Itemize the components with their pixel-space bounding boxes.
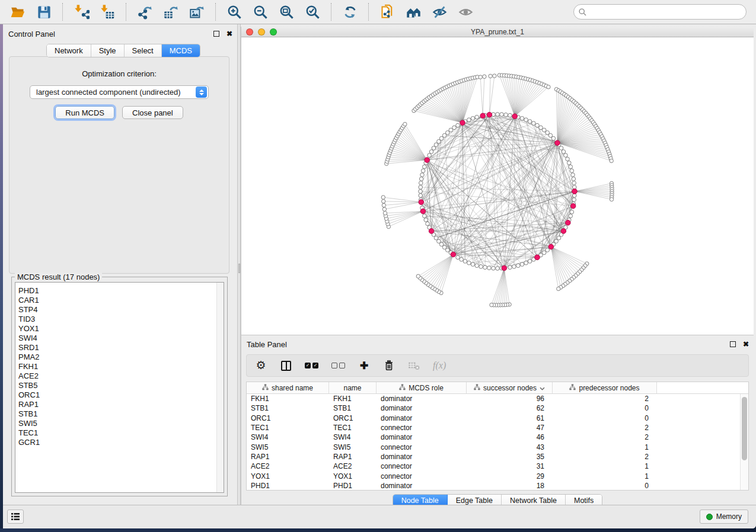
network-mcds-hub-node[interactable] <box>548 244 554 249</box>
zoom-selected-icon[interactable] <box>302 2 323 22</box>
network-node[interactable] <box>562 150 566 154</box>
mcds-result-item[interactable]: TEC1 <box>15 428 224 438</box>
network-node[interactable] <box>439 136 444 140</box>
network-node[interactable] <box>419 181 423 185</box>
mcds-result-item[interactable]: FKH1 <box>15 362 224 371</box>
table-cell[interactable]: PHD1 <box>247 482 329 490</box>
mcds-result-item[interactable]: GCR1 <box>15 438 224 447</box>
network-node[interactable] <box>452 126 457 130</box>
export-image-icon[interactable] <box>186 2 208 22</box>
network-mcds-hub-node[interactable] <box>480 113 486 118</box>
close-panel-button[interactable]: Close panel <box>122 106 183 119</box>
network-node[interactable] <box>419 190 423 194</box>
table-row[interactable]: ACE2ACE2connector311 <box>247 462 740 471</box>
network-mcds-hub-node[interactable] <box>570 204 576 209</box>
network-node[interactable] <box>492 267 496 271</box>
network-node[interactable] <box>572 181 576 185</box>
table-row[interactable]: RAP1RAP1dominator352 <box>247 452 740 462</box>
network-node[interactable] <box>542 128 546 132</box>
network-mcds-hub-node[interactable] <box>487 112 492 117</box>
network-node[interactable] <box>524 261 528 265</box>
network-node[interactable] <box>504 113 508 117</box>
clone-network-icon[interactable] <box>377 2 398 22</box>
network-node[interactable] <box>382 203 385 207</box>
table-close-panel-icon[interactable]: ✖ <box>743 341 749 347</box>
table-float-window-icon[interactable] <box>730 341 736 347</box>
network-node[interactable] <box>419 194 423 198</box>
table-cell[interactable]: 1 <box>553 472 657 480</box>
network-mcds-hub-node[interactable] <box>566 220 571 226</box>
column-header-predecessor-nodes[interactable]: predecessor nodes <box>553 382 657 393</box>
network-mcds-hub-node[interactable] <box>502 265 507 271</box>
open-file-icon[interactable] <box>7 2 28 22</box>
network-node[interactable] <box>434 143 438 147</box>
network-window-titlebar[interactable]: YPA_prune.txt_1 <box>241 27 754 37</box>
network-node[interactable] <box>383 211 387 215</box>
search-box[interactable] <box>573 4 747 20</box>
network-node[interactable] <box>437 239 441 243</box>
zoom-fit-icon[interactable] <box>276 2 297 22</box>
optimization-criterion-dropdown[interactable]: largest connected component (undirected) <box>30 85 209 99</box>
mcds-result-item[interactable]: TID3 <box>15 315 224 324</box>
network-node[interactable] <box>434 236 438 240</box>
network-node[interactable] <box>546 248 550 252</box>
network-node[interactable] <box>479 75 482 79</box>
export-network-icon[interactable] <box>134 2 155 22</box>
network-mcds-hub-node[interactable] <box>561 229 566 234</box>
mcds-result-item[interactable]: ORC1 <box>15 390 224 400</box>
network-node[interactable] <box>419 185 423 190</box>
eye-slash-icon[interactable] <box>429 2 450 22</box>
mcds-result-item[interactable]: PMA2 <box>15 352 224 362</box>
network-graph[interactable] <box>241 37 753 334</box>
table-cell[interactable]: dominator <box>377 453 467 461</box>
network-node[interactable] <box>382 207 386 211</box>
network-node[interactable] <box>567 161 572 165</box>
network-node[interactable] <box>535 123 540 127</box>
network-node[interactable] <box>429 150 433 154</box>
network-node[interactable] <box>539 126 543 130</box>
table-cell[interactable]: 29 <box>467 472 553 480</box>
table-cell[interactable]: connector <box>377 462 467 470</box>
network-node[interactable] <box>508 113 512 117</box>
table-cell[interactable]: dominator <box>377 433 467 441</box>
network-mcds-hub-node[interactable] <box>572 189 578 194</box>
table-cell[interactable]: 18 <box>467 482 553 490</box>
table-cell[interactable]: STB1 <box>247 404 329 412</box>
table-cell[interactable]: connector <box>377 472 467 480</box>
network-node[interactable] <box>559 146 563 150</box>
table-cell[interactable]: YOX1 <box>329 472 377 480</box>
network-node[interactable] <box>475 264 479 268</box>
table-row[interactable]: SWI5SWI5connector431 <box>247 442 740 451</box>
network-node[interactable] <box>483 75 486 78</box>
network-node[interactable] <box>570 169 574 173</box>
table-cell[interactable]: 2 <box>553 395 657 403</box>
scrollbar-thumb[interactable] <box>742 397 747 460</box>
table-row[interactable]: PHD1PHD1dominator180 <box>247 481 740 490</box>
column-header-MCDS-role[interactable]: MCDS role <box>377 382 467 393</box>
network-mcds-hub-node[interactable] <box>419 200 424 205</box>
mcds-result-item[interactable]: STP4 <box>15 305 224 315</box>
table-cell[interactable]: 47 <box>467 424 553 432</box>
network-node[interactable] <box>496 113 500 117</box>
network-mcds-hub-node[interactable] <box>451 252 456 257</box>
table-row[interactable]: FKH1FKH1dominator962 <box>247 394 740 403</box>
network-node[interactable] <box>489 74 492 78</box>
deselect-all-icon[interactable] <box>331 358 345 373</box>
network-node[interactable] <box>516 264 521 268</box>
select-all-icon[interactable]: ✓✓ <box>305 358 318 373</box>
network-node[interactable] <box>428 153 432 158</box>
network-node[interactable] <box>610 159 613 162</box>
table-row[interactable]: TEC1TEC1connector472 <box>247 423 740 432</box>
mcds-result-item[interactable]: YOX1 <box>15 324 224 334</box>
network-node[interactable] <box>423 165 427 169</box>
table-cell[interactable]: 96 <box>467 395 553 403</box>
settings-gear-icon[interactable]: ⚙ <box>255 358 267 373</box>
column-header-name[interactable]: name <box>329 382 377 393</box>
table-cell[interactable]: dominator <box>377 395 467 403</box>
network-node[interactable] <box>471 262 475 267</box>
mcds-result-item[interactable]: ACE2 <box>15 371 224 381</box>
network-mcds-hub-node[interactable] <box>460 120 465 126</box>
network-canvas[interactable] <box>241 37 754 334</box>
mcds-result-item[interactable]: SWI5 <box>15 419 224 428</box>
network-node[interactable] <box>524 118 528 122</box>
